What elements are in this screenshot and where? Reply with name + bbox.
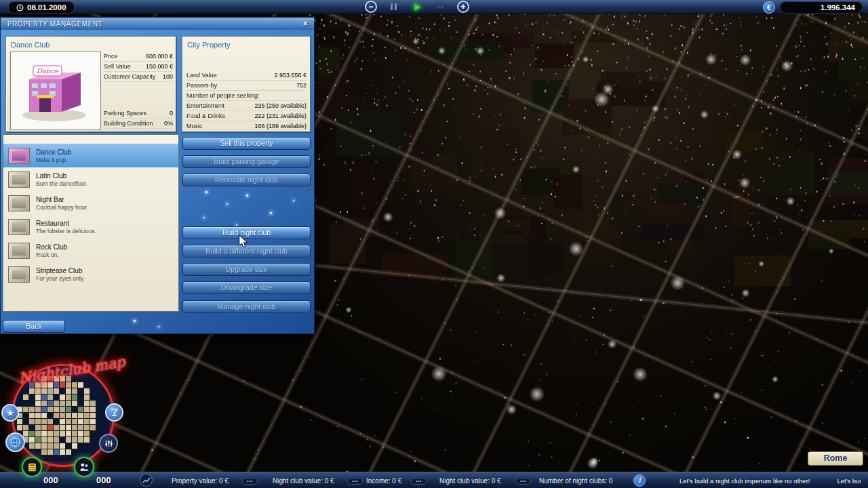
stat-value: 0 — [170, 110, 173, 117]
back-button[interactable]: Back — [3, 320, 65, 333]
property-management-window: PROPERTY MANAGEMENT × Dance Club — [0, 17, 315, 334]
sparkle — [203, 217, 205, 218]
news-ticker: Let's build a night club imperium like n… — [679, 477, 867, 485]
club-name: Striptease Club — [36, 267, 85, 274]
club-list-item-restaurant[interactable]: Restaurant The lobster is delicious. — [3, 215, 178, 239]
money-area: € 1.996.344 — [763, 1, 863, 14]
minus-icon: − — [368, 3, 373, 11]
sell-property-button[interactable]: Sell this property — [182, 137, 311, 150]
mixer-button[interactable] — [99, 434, 118, 453]
status-bar: 000 000 Property value: 0 € ••• Night cl… — [0, 472, 868, 488]
slower-button[interactable]: − — [365, 1, 377, 13]
clock-icon — [16, 4, 24, 12]
club-thumbnail — [8, 243, 30, 259]
club-thumbnail — [8, 171, 30, 188]
favorites-button[interactable]: ★ — [1, 404, 19, 422]
stat-label: Entertainment — [186, 102, 224, 109]
close-button[interactable]: × — [300, 18, 311, 28]
sliders-icon — [104, 439, 114, 449]
stat-value: 222 (231 available) — [254, 113, 307, 119]
night-club-count-stat: Number of night clubs: 0 — [539, 477, 612, 485]
club-name: Latin Club — [36, 172, 87, 180]
property-panel-title: Dance Club — [11, 41, 50, 49]
stat-label: Sell Value — [104, 63, 131, 70]
downgrade-size-button[interactable]: Downgrade size — [182, 281, 311, 294]
finances-button[interactable] — [22, 457, 42, 477]
night-club-value-stat: Night club value: 0 € — [273, 477, 334, 485]
star-icon: ★ — [6, 409, 14, 418]
dance-club-panel: Dance Club Dance — [5, 36, 176, 132]
stat-value: 100 — [163, 73, 173, 80]
cocktail-icon — [109, 407, 119, 418]
club-list-item-night-bar[interactable]: Night Bar Cocktail happy hour. — [3, 191, 178, 215]
club-thumbnail — [8, 219, 30, 235]
world-button[interactable] — [5, 432, 25, 452]
sparkle — [134, 320, 136, 322]
sparkle — [226, 203, 228, 205]
building-preview: Dance — [10, 52, 101, 130]
build-parking-garage-button[interactable]: Build parking garage — [182, 155, 311, 168]
statistics-button[interactable] — [140, 474, 153, 487]
city-name-button[interactable]: Rome — [808, 451, 863, 466]
club-name: Night Bar — [36, 196, 88, 203]
people-icon — [79, 462, 90, 473]
fast-forward-button[interactable] — [433, 1, 448, 13]
stat-row: Building Condition 0% — [104, 119, 173, 129]
chart-icon — [142, 476, 151, 485]
club-desc: For your eyes only. — [36, 275, 85, 282]
property-value-stat: Property value: 0 € — [172, 477, 229, 485]
stat-row: Sell Value 150.000 € — [104, 62, 173, 72]
faster-button[interactable]: + — [457, 1, 469, 13]
club-desc: Cocktail happy hour. — [36, 204, 88, 211]
sparkle — [236, 224, 237, 226]
stat-value: 600.000 € — [146, 53, 173, 60]
club-list-item-striptease-club[interactable]: Striptease Club For your eyes only. — [3, 262, 178, 286]
club-list-item-rock-club[interactable]: Rock Club Rock on. — [3, 239, 178, 262]
stat-value: 752 — [296, 82, 307, 89]
info-icon: i — [638, 476, 641, 485]
ellipsis-separator: ••• — [515, 478, 531, 485]
stat-label: Price — [104, 53, 118, 60]
stat-label: Parking Spaces — [104, 110, 146, 117]
ellipsis-separator: ••• — [411, 478, 427, 485]
window-title: PROPERTY MANAGEMENT — [1, 18, 314, 30]
stat-label: Food & Drinks — [186, 113, 225, 119]
upgrade-size-button[interactable]: Upgrade size — [182, 263, 311, 276]
stat-row: Parking Spaces 0 — [104, 108, 173, 119]
club-thumbnail — [8, 148, 30, 164]
club-list-item-latin-club[interactable]: Latin Club Burn the dancefloor. — [3, 167, 178, 191]
club-list-item-dance-club[interactable]: Dance Club Make it pop. — [3, 144, 178, 167]
stat-row: Entertainment 226 (250 available) — [186, 101, 307, 111]
stat-row: Land Value 2.953.656 € — [186, 70, 307, 81]
info-button[interactable]: i — [633, 474, 646, 487]
stat-row: Price 600.000 € — [104, 52, 173, 62]
club-name: Rock Club — [36, 243, 67, 251]
club-thumbnail — [8, 195, 30, 211]
sparkle — [246, 195, 248, 197]
globe-icon — [9, 436, 21, 448]
seeking-header: Number of people seeking: — [186, 91, 307, 101]
renovate-night-club-button[interactable]: Renovate night club — [182, 174, 311, 186]
stat-row: Customer Capacity 100 — [104, 72, 173, 82]
play-button[interactable] — [410, 1, 425, 13]
stat-value: 150.000 € — [146, 63, 173, 70]
manage-night-club-button[interactable]: Manage night club — [182, 300, 311, 313]
sparkle — [158, 326, 159, 327]
guests-button[interactable] — [74, 457, 94, 477]
game-screen: 08.01.2000 − + — [0, 0, 868, 488]
stat-label: Land Value — [186, 72, 217, 79]
club-thumbnail — [8, 266, 30, 283]
club-desc: Burn the dancefloor. — [36, 180, 87, 187]
calculator-icon — [26, 462, 38, 473]
sparkle — [270, 212, 272, 214]
nightclub-filter-button[interactable] — [105, 403, 123, 422]
ticker-text: Let's build a night club imperium like n… — [679, 477, 810, 485]
club-name: Dance Club — [36, 148, 71, 156]
income-stat: Income: 0 € — [366, 477, 401, 485]
stat-value: 0% — [164, 120, 173, 127]
fast-forward-icon — [436, 3, 446, 11]
stat-value: 166 (189 available) — [254, 123, 307, 129]
city-panel-title: City Property — [187, 41, 231, 49]
pause-button[interactable] — [386, 1, 401, 13]
sparkle — [293, 200, 294, 201]
